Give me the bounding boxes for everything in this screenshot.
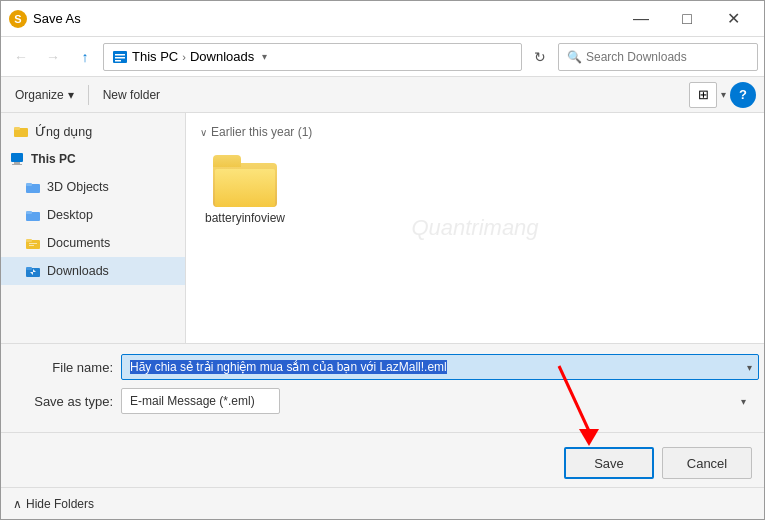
file-area: Quantrimang ∨ Earlier this year (1) batt… [186, 113, 764, 343]
forward-button[interactable]: → [39, 43, 67, 71]
bottom-area: File name: ▾ Save as type: E-mail Messag… [1, 343, 764, 432]
svg-rect-7 [14, 127, 20, 130]
folder-tab [213, 155, 241, 167]
action-row: Save Cancel [13, 443, 752, 479]
hide-folders-bar: ∧ Hide Folders [1, 487, 764, 519]
svg-rect-17 [29, 243, 37, 244]
folder-download-icon [25, 263, 41, 279]
search-box[interactable]: 🔍 [558, 43, 758, 71]
filename-row: File name: ▾ [13, 354, 752, 380]
folder-3d-icon [25, 179, 41, 195]
file-label: batteryinfoview [205, 211, 285, 225]
path-root: This PC [132, 49, 178, 64]
window-title: Save As [33, 11, 618, 26]
svg-rect-4 [115, 57, 125, 59]
savetype-row: Save as type: E-mail Message (*.eml) ▾ [13, 388, 752, 414]
sidebar-item-label: 3D Objects [47, 180, 109, 194]
refresh-button[interactable]: ↻ [526, 43, 554, 71]
search-input[interactable] [586, 50, 749, 64]
new-folder-button[interactable]: New folder [97, 82, 166, 108]
svg-rect-8 [11, 153, 23, 162]
search-icon: 🔍 [567, 50, 582, 64]
save-as-dialog: S Save As — □ ✕ ← → ↑ This PC › Download… [0, 0, 765, 520]
minimize-button[interactable]: — [618, 1, 664, 37]
sidebar-item-label: Desktop [47, 208, 93, 222]
sidebar-item-3d-objects[interactable]: 3D Objects [1, 173, 185, 201]
file-item[interactable]: batteryinfoview [200, 147, 290, 233]
svg-text:S: S [14, 13, 21, 25]
help-button[interactable]: ? [730, 82, 756, 108]
main-area: Ứng dụng This PC 3D Objects [1, 113, 764, 343]
sidebar-item-label: Documents [47, 236, 110, 250]
savetype-chevron: ▾ [741, 396, 746, 407]
section-label: ∨ Earlier this year (1) [194, 121, 756, 147]
folder-doc-icon [25, 235, 41, 251]
folder-icon [213, 155, 277, 207]
savetype-wrapper: E-mail Message (*.eml) ▾ [121, 388, 752, 414]
view-icon: ⊞ [698, 87, 709, 102]
folder-blue-icon [25, 207, 41, 223]
hide-folders-chevron: ∧ [13, 497, 22, 511]
file-grid: batteryinfoview [194, 147, 756, 233]
address-bar: ← → ↑ This PC › Downloads ▾ ↻ 🔍 [1, 37, 764, 77]
sidebar-item-documents[interactable]: Documents [1, 229, 185, 257]
sidebar-item-label: Downloads [47, 264, 109, 278]
title-bar: S Save As — □ ✕ [1, 1, 764, 37]
sidebar-item-downloads[interactable]: Downloads [1, 257, 185, 285]
svg-rect-9 [14, 162, 20, 164]
location-icon [112, 49, 128, 65]
svg-rect-18 [29, 245, 34, 246]
toolbar: Organize ▾ New folder ⊞ ▾ ? [1, 77, 764, 113]
folder-yellow-icon [13, 123, 29, 139]
maximize-button[interactable]: □ [664, 1, 710, 37]
toolbar-separator [88, 85, 89, 105]
svg-rect-16 [26, 239, 32, 242]
sidebar-item-this-pc[interactable]: This PC [1, 145, 185, 173]
save-button[interactable]: Save [564, 447, 654, 479]
section-chevron: ∨ [200, 127, 207, 138]
svg-rect-14 [26, 211, 32, 214]
up-button[interactable]: ↑ [71, 43, 99, 71]
cancel-button[interactable]: Cancel [662, 447, 752, 479]
toolbar-right: ⊞ ▾ ? [689, 82, 756, 108]
sidebar-item-label: Ứng dụng [35, 124, 92, 139]
filename-label: File name: [13, 360, 113, 375]
sidebar: Ứng dụng This PC 3D Objects [1, 113, 186, 343]
sidebar-item-ung-dung[interactable]: Ứng dụng [1, 117, 185, 145]
svg-rect-10 [12, 164, 22, 165]
savetype-select[interactable]: E-mail Message (*.eml) [121, 388, 280, 414]
computer-icon [9, 151, 25, 167]
sidebar-item-label: This PC [31, 152, 76, 166]
svg-rect-3 [115, 54, 125, 56]
app-icon: S [9, 10, 27, 28]
organize-button[interactable]: Organize ▾ [9, 82, 80, 108]
back-button[interactable]: ← [7, 43, 35, 71]
savetype-label: Save as type: [13, 394, 113, 409]
svg-rect-20 [26, 267, 32, 270]
view-chevron: ▾ [721, 89, 726, 100]
close-button[interactable]: ✕ [710, 1, 756, 37]
svg-rect-12 [26, 183, 32, 186]
filename-input[interactable] [121, 354, 759, 380]
window-controls: — □ ✕ [618, 1, 756, 37]
action-area: Save Cancel [1, 432, 764, 487]
path-current: Downloads [190, 49, 254, 64]
hide-folders-button[interactable]: ∧ Hide Folders [13, 497, 94, 511]
svg-rect-5 [115, 60, 121, 62]
sidebar-item-desktop[interactable]: Desktop [1, 201, 185, 229]
folder-front [215, 169, 275, 207]
address-path[interactable]: This PC › Downloads ▾ [103, 43, 522, 71]
view-button[interactable]: ⊞ [689, 82, 717, 108]
